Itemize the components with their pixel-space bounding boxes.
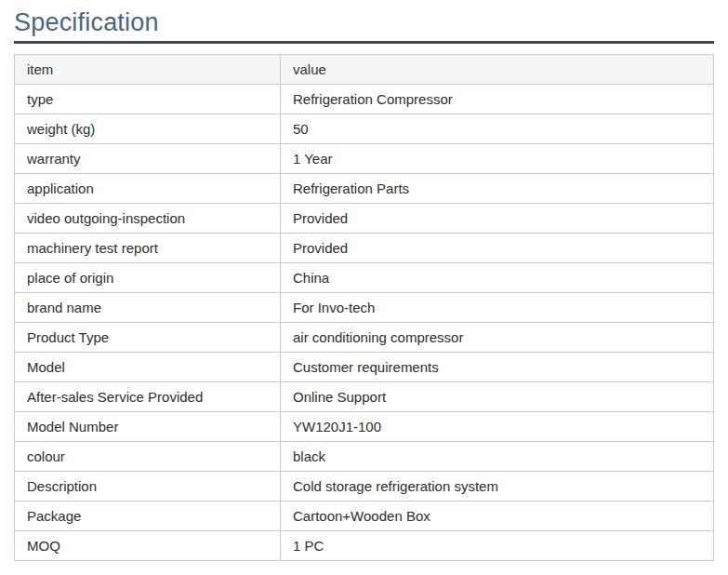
value-cell: Provided bbox=[281, 234, 714, 263]
table-row: DescriptionCold storage refrigeration sy… bbox=[15, 472, 714, 501]
item-cell: video outgoing-inspection bbox=[15, 204, 281, 234]
product-spec-section: Specification item value typeRefrigerati… bbox=[0, 0, 728, 561]
item-cell: machinery test report bbox=[15, 234, 281, 263]
item-cell: Package bbox=[15, 501, 281, 531]
table-row: brand nameFor Invo-tech bbox=[15, 293, 714, 323]
value-cell: Provided bbox=[281, 204, 714, 234]
item-cell: colour bbox=[15, 442, 281, 472]
item-cell: type bbox=[15, 85, 281, 114]
value-cell: Cold storage refrigeration system bbox=[281, 472, 714, 501]
value-cell: black bbox=[281, 442, 714, 472]
item-cell: weight (kg) bbox=[15, 114, 281, 144]
table-row: ModelCustomer requirements bbox=[15, 353, 714, 382]
value-cell: China bbox=[281, 263, 714, 293]
table-row: PackageCartoon+Wooden Box bbox=[15, 501, 714, 531]
value-cell: Refrigeration Compressor bbox=[281, 85, 714, 114]
item-cell: application bbox=[15, 174, 281, 204]
value-cell: Customer requirements bbox=[281, 353, 714, 382]
item-cell: Model bbox=[15, 353, 281, 382]
item-cell: warranty bbox=[15, 144, 281, 174]
section-title: Specification bbox=[14, 7, 714, 37]
item-cell: Product Type bbox=[15, 323, 281, 353]
table-row: Product Typeair conditioning compressor bbox=[15, 323, 714, 353]
value-cell: Cartoon+Wooden Box bbox=[281, 501, 714, 531]
value-cell: For Invo-tech bbox=[281, 293, 714, 323]
value-cell: Refrigeration Parts bbox=[281, 174, 714, 204]
table-row: warranty1 Year bbox=[15, 144, 714, 174]
table-header-value: value bbox=[281, 55, 714, 85]
value-cell: 1 PC bbox=[281, 531, 714, 561]
table-row: typeRefrigeration Compressor bbox=[15, 85, 714, 114]
value-cell: 1 Year bbox=[281, 144, 714, 174]
value-cell: 50 bbox=[281, 114, 714, 144]
table-header-row: item value bbox=[15, 55, 714, 85]
item-cell: Description bbox=[15, 472, 281, 501]
value-cell: air conditioning compressor bbox=[281, 323, 714, 353]
table-row: MOQ1 PC bbox=[15, 531, 714, 561]
title-divider bbox=[14, 41, 714, 44]
item-cell: After-sales Service Provided bbox=[15, 382, 281, 412]
item-cell: brand name bbox=[15, 293, 281, 323]
table-row: place of originChina bbox=[15, 263, 714, 293]
specification-table: item value typeRefrigeration Compressorw… bbox=[14, 54, 714, 561]
item-cell: MOQ bbox=[15, 531, 281, 561]
table-row: weight (kg)50 bbox=[15, 114, 714, 144]
table-row: applicationRefrigeration Parts bbox=[15, 174, 714, 204]
table-row: colourblack bbox=[15, 442, 714, 472]
value-cell: Online Support bbox=[281, 382, 714, 412]
spec-table-body: typeRefrigeration Compressorweight (kg)5… bbox=[15, 85, 714, 561]
table-header-item: item bbox=[15, 55, 281, 85]
item-cell: Model Number bbox=[15, 412, 281, 442]
item-cell: place of origin bbox=[15, 263, 281, 293]
value-cell: YW120J1-100 bbox=[281, 412, 714, 442]
table-row: video outgoing-inspectionProvided bbox=[15, 204, 714, 234]
table-row: machinery test reportProvided bbox=[15, 234, 714, 263]
table-row: After-sales Service ProvidedOnline Suppo… bbox=[15, 382, 714, 412]
table-row: Model NumberYW120J1-100 bbox=[15, 412, 714, 442]
